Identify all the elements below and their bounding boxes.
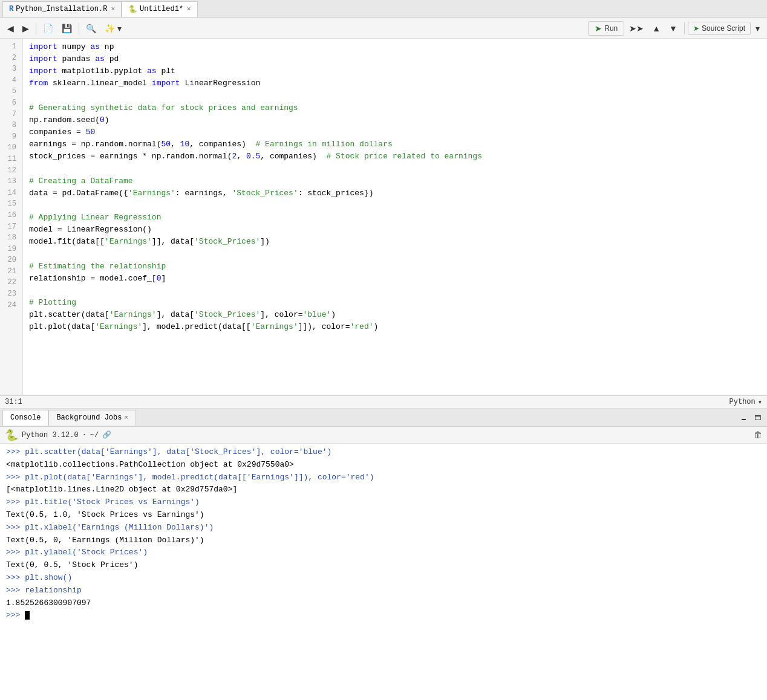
code-line-9: earnings = np.random.normal(50, 10, comp… [29,138,761,151]
code-line-20: relationship = model.coef_[0] [29,273,761,285]
toolbar-divider-3 [684,22,685,34]
tab-label: Untitled1* [140,5,183,13]
python-version: Python 3.12.0 [22,431,79,439]
console-info: 🐍 Python 3.12.0 · ~/ 🔗 [5,429,750,442]
tab-r-icon: R [9,5,13,13]
tab-python-installation[interactable]: R Python_Installation.R × [2,1,122,17]
up-button[interactable]: ▲ [648,21,664,36]
line-number-9: 9 [0,131,19,143]
python-snake-icon: 🐍 [5,429,18,442]
console-content[interactable]: >>> plt.scatter(data['Earnings'], data['… [0,444,767,700]
code-line-24: plt.plot(data['Earnings'], model.predict… [29,321,761,333]
code-line-18 [29,248,761,260]
run-arrow-icon: ➤ [595,24,602,33]
code-line-2: import pandas as pd [29,53,761,65]
line-number-19: 19 [0,244,19,255]
console-line: >>> plt.plot(data['Earnings'], model.pre… [6,472,761,484]
console-clear-button[interactable]: 🗑 [754,430,762,440]
tab-label: Python_Installation.R [16,5,107,13]
code-line-12: # Creating a DataFrame [29,175,761,187]
rerun-button[interactable]: ➤➤ [625,21,647,36]
editor-toolbar: ◀ ▶ 📄 💾 🔍 ✨ ▾ ➤ Run ➤➤ ▲ ▼ ➤ Source Scri… [0,18,767,39]
cursor-position: 31:1 [5,398,729,406]
tab-untitled1[interactable]: 🐍 Untitled1* × [122,1,198,17]
code-line-15: # Applying Linear Regression [29,212,761,224]
tab-console[interactable]: Console [2,410,48,426]
line-number-20: 20 [0,254,19,266]
line-numbers: 123456789101112131415161718192021222324 [0,39,23,395]
line-number-4: 4 [0,75,19,86]
console-maximize-button[interactable]: 🗖 [751,412,765,424]
tab-close-icon[interactable]: × [187,5,191,13]
line-number-6: 6 [0,97,19,109]
code-line-16: model = LinearRegression() [29,224,761,236]
code-line-21 [29,285,761,297]
console-line: >>> relationship [6,585,761,597]
line-number-21: 21 [0,266,19,277]
line-number-1: 1 [0,41,19,53]
line-number-5: 5 [0,86,19,97]
tab-background-jobs[interactable]: Background Jobs × [48,410,136,426]
line-number-13: 13 [0,176,19,187]
code-line-13: data = pd.DataFrame({'Earnings': earning… [29,187,761,199]
code-line-10: stock_prices = earnings * np.random.norm… [29,151,761,163]
tab-close-icon[interactable]: × [111,5,115,13]
console-line: >>> plt.title('Stock Prices vs Earnings'… [6,496,761,509]
line-number-10: 10 [0,142,19,154]
line-number-22: 22 [0,277,19,288]
console-cursor [25,611,30,620]
console-line: >>> plt.scatter(data['Earnings'], data['… [6,446,761,459]
line-number-3: 3 [0,63,19,75]
line-number-15: 15 [0,198,19,210]
console-line: >>> plt.xlabel('Earnings (Million Dollar… [6,522,761,534]
source-script-button[interactable]: ➤ Source Script [688,22,751,35]
background-jobs-close-icon[interactable]: × [124,414,128,421]
run-label: Run [604,24,618,33]
console-minimize-button[interactable]: 🗕 [737,412,751,424]
title-bar: R Python_Installation.R × 🐍 Untitled1* × [0,0,767,18]
code-line-23: plt.scatter(data['Earnings'], data['Stoc… [29,309,761,321]
code-tools-button[interactable]: ✨ ▾ [101,21,125,36]
language-indicator: Python [729,398,756,406]
line-number-2: 2 [0,53,19,64]
editor-container: 123456789101112131415161718192021222324 … [0,39,767,395]
code-line-1: import numpy as np [29,41,761,53]
run-button[interactable]: ➤ Run [588,21,624,36]
code-line-14 [29,199,761,212]
code-line-6: # Generating synthetic data for stock pr… [29,102,761,114]
code-editor[interactable]: import numpy as npimport pandas as pdimp… [23,39,767,395]
console-line: 1.8525266300907097 [6,597,761,610]
forward-button[interactable]: ▶ [19,21,33,36]
line-number-11: 11 [0,154,19,165]
console-line: Text(0, 0.5, 'Stock Prices') [6,559,761,572]
code-line-11 [29,163,761,175]
source-arrow-icon: ➤ [693,24,699,33]
toolbar-divider-2 [79,22,79,34]
source-dropdown-button[interactable]: ▾ [752,21,763,36]
console-info-bar: 🐍 Python 3.12.0 · ~/ 🔗 🗑 [0,427,767,444]
new-file-button[interactable]: 📄 [39,21,57,36]
code-line-22: # Plotting [29,297,761,309]
code-line-19: # Estimating the relationship [29,261,761,273]
code-line-7: np.random.seed(0) [29,114,761,126]
save-button[interactable]: 💾 [58,21,76,36]
console-line: [<matplotlib.lines.Line2D object at 0x29… [6,484,761,496]
line-number-14: 14 [0,187,19,199]
find-button[interactable]: 🔍 [82,21,100,36]
line-number-18: 18 [0,232,19,244]
code-line-5 [29,90,761,102]
back-button[interactable]: ◀ [4,21,18,36]
console-path-icon: 🔗 [102,430,111,439]
line-number-17: 17 [0,221,19,233]
down-button[interactable]: ▼ [665,21,681,36]
console-path: ~/ [90,431,99,439]
source-label: Source Script [702,24,745,33]
console-line: <matplotlib.collections.PathCollection o… [6,459,761,472]
language-dropdown-icon[interactable]: ▾ [758,398,762,407]
line-number-24: 24 [0,300,19,311]
code-line-3: import matplotlib.pyplot as plt [29,65,761,77]
console-line: Text(0.5, 1.0, 'Stock Prices vs Earnings… [6,509,761,522]
console-tabs: Console Background Jobs × 🗕 🗖 [0,409,767,427]
line-number-7: 7 [0,109,19,120]
line-number-8: 8 [0,120,19,131]
